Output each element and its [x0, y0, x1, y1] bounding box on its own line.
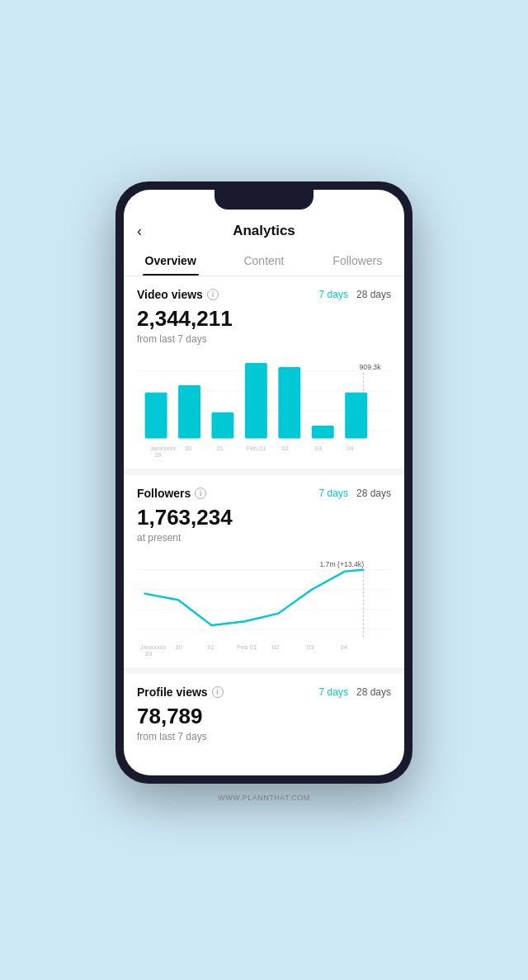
- video-views-title: Video views: [137, 288, 203, 301]
- page-wrapper: ‹ Analytics Overview Content Followers: [0, 157, 528, 823]
- profile-views-section: Profile views i 7 days 28 days 78,789 fr…: [124, 674, 404, 775]
- svg-text:Janxxxxx: Janxxxxx: [140, 643, 167, 651]
- bar-jan30: [178, 385, 200, 438]
- svg-text:29: 29: [154, 451, 162, 459]
- profile-views-header: Profile views i 7 days 28 days: [137, 686, 391, 699]
- video-views-header: Video views i 7 days 28 days: [137, 288, 391, 301]
- tab-content[interactable]: Content: [217, 246, 310, 276]
- followers-line: [145, 570, 364, 625]
- svg-text:04: 04: [346, 445, 354, 452]
- profile-views-title-group: Profile views i: [137, 686, 224, 699]
- followers-header: Followers i 7 days 28 days: [137, 487, 391, 500]
- profile-views-sub: from last 7 days: [137, 731, 391, 742]
- bar-feb02: [278, 367, 300, 439]
- phone-notch: [214, 190, 314, 210]
- svg-text:31: 31: [207, 643, 214, 651]
- svg-text:31: 31: [216, 445, 224, 452]
- bar-feb01: [245, 363, 267, 438]
- bar-jan31: [211, 412, 233, 439]
- page-title: Analytics: [233, 223, 295, 239]
- profile-views-28days-btn[interactable]: 28 days: [356, 686, 391, 698]
- profile-views-value: 78,789: [137, 704, 391, 729]
- svg-text:02: 02: [272, 643, 280, 651]
- followers-title: Followers: [137, 487, 191, 500]
- video-views-info-icon[interactable]: i: [207, 289, 219, 300]
- profile-views-info-icon[interactable]: i: [212, 686, 224, 698]
- video-views-sub: from last 7 days: [137, 333, 391, 345]
- video-views-value: 2,344,211: [137, 306, 391, 332]
- followers-28days-btn[interactable]: 28 days: [356, 488, 391, 499]
- followers-value: 1,763,234: [137, 505, 391, 530]
- back-button[interactable]: ‹: [137, 223, 142, 240]
- video-views-days: 7 days 28 days: [319, 289, 391, 300]
- phone-device: ‹ Analytics Overview Content Followers: [116, 181, 412, 784]
- section-divider-1: [124, 469, 404, 475]
- video-views-28days-btn[interactable]: 28 days: [356, 289, 391, 300]
- bar-jan29: [145, 393, 167, 439]
- svg-text:30: 30: [175, 643, 182, 651]
- line-chart-svg: 1.7m (+13.4k) Janxxxxx 29 30 31 Feb 01 0…: [137, 552, 391, 659]
- profile-views-title: Profile views: [137, 686, 208, 699]
- svg-text:Feb 01: Feb 01: [247, 445, 266, 452]
- followers-days: 7 days 28 days: [319, 488, 391, 499]
- svg-text:1.7m (+13.4k): 1.7m (+13.4k): [319, 560, 364, 568]
- svg-text:909.3k: 909.3k: [360, 363, 382, 371]
- followers-7days-btn[interactable]: 7 days: [319, 488, 348, 499]
- svg-text:Feb 01: Feb 01: [237, 643, 257, 651]
- profile-views-7days-btn[interactable]: 7 days: [319, 686, 348, 698]
- tab-followers[interactable]: Followers: [311, 246, 404, 276]
- svg-text:29: 29: [145, 650, 153, 657]
- svg-text:02: 02: [281, 445, 289, 452]
- profile-views-days: 7 days 28 days: [319, 686, 391, 698]
- video-views-title-group: Video views i: [137, 288, 219, 301]
- video-views-7days-btn[interactable]: 7 days: [319, 289, 348, 300]
- followers-chart: 1.7m (+13.4k) Janxxxxx 29 30 31 Feb 01 0…: [137, 552, 391, 659]
- svg-text:04: 04: [340, 643, 347, 651]
- followers-info-icon[interactable]: i: [195, 488, 206, 499]
- screen-content: ‹ Analytics Overview Content Followers: [124, 190, 404, 775]
- tab-overview[interactable]: Overview: [124, 246, 217, 276]
- followers-sub: at present: [137, 532, 391, 544]
- svg-text:03: 03: [315, 445, 323, 452]
- tabs-row: Overview Content Followers: [124, 246, 404, 276]
- svg-text:Janxxxxx: Janxxxxx: [149, 445, 176, 452]
- svg-text:30: 30: [185, 445, 192, 452]
- followers-section: Followers i 7 days 28 days 1,763,234 at …: [124, 475, 404, 667]
- bar-chart-svg: 909.3k Janxxxxx: [137, 353, 391, 460]
- video-views-chart: 909.3k Janxxxxx: [137, 353, 391, 460]
- bar-feb03: [312, 426, 334, 438]
- phone-screen: ‹ Analytics Overview Content Followers: [124, 190, 404, 775]
- video-views-section: Video views i 7 days 28 days 2,344,211 f…: [124, 276, 404, 469]
- svg-text:03: 03: [307, 643, 314, 651]
- section-divider-2: [124, 667, 404, 674]
- followers-title-group: Followers i: [137, 487, 206, 500]
- app-header: ‹ Analytics: [124, 213, 404, 246]
- footer-text: WWW.PLANNTHAT.COM: [218, 794, 309, 807]
- bar-feb04: [345, 393, 367, 439]
